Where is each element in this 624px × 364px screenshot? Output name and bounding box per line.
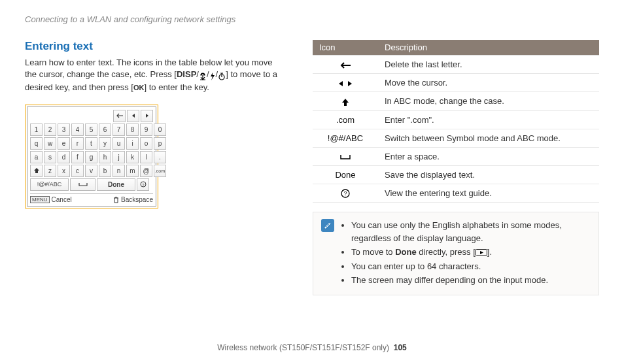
key-mode-toggle[interactable]: !@#/ABC <box>30 178 69 191</box>
table-row: !@#/ABCSwitch between Symbol mode and AB… <box>313 129 599 147</box>
table-row: DoneSave the displayed text. <box>313 165 599 184</box>
key-e[interactable]: e <box>58 137 70 150</box>
key-l[interactable]: l <box>140 151 152 163</box>
key-cursor-right[interactable] <box>141 110 153 122</box>
table-row: ?View the entering text guide. <box>313 184 599 203</box>
note-item: You can use only the English alphabets i… <box>351 219 591 244</box>
desc-cell: Enter a space. <box>378 147 599 165</box>
key-w[interactable]: w <box>44 137 56 150</box>
key-.[interactable]: . <box>154 151 166 163</box>
key-n[interactable]: n <box>113 165 125 177</box>
key-o[interactable]: o <box>140 137 152 150</box>
key-com[interactable]: .com <box>154 165 166 177</box>
key-2[interactable]: 2 <box>44 124 56 136</box>
key-8[interactable]: 8 <box>126 124 139 136</box>
timer-icon <box>218 70 226 82</box>
key-j[interactable]: j <box>113 151 125 163</box>
key-3[interactable]: 3 <box>58 124 70 136</box>
table-row: Enter a space. <box>313 147 599 165</box>
desc-cell: Move the cursor. <box>378 74 599 92</box>
key-t[interactable]: t <box>85 137 97 150</box>
trash-icon <box>113 196 119 203</box>
key-p[interactable]: p <box>154 137 166 150</box>
key-cursor-left[interactable] <box>127 110 139 122</box>
key-5[interactable]: 5 <box>85 124 97 136</box>
key-h[interactable]: h <box>99 151 111 163</box>
footer-text: Wireless network (ST150F/ST151F/ST152F o… <box>217 343 389 352</box>
breadcrumb: Connecting to a WLAN and configuring net… <box>25 14 599 24</box>
key-v[interactable]: v <box>85 165 97 177</box>
key-x[interactable]: x <box>58 165 70 177</box>
cancel-hint: MENU Cancel <box>30 196 72 203</box>
desc-cell: Enter ".com". <box>378 110 599 129</box>
cancel-label: Cancel <box>52 196 72 203</box>
kbd-row-3: asdfghjkl. <box>30 151 153 163</box>
key-k[interactable]: k <box>126 151 139 163</box>
notes-list: You can use only the English alphabets i… <box>341 219 591 288</box>
ok-label: OK <box>133 83 145 93</box>
key-g[interactable]: g <box>85 151 97 163</box>
key-help[interactable]: ? <box>137 178 149 191</box>
key-4[interactable]: 4 <box>71 124 84 136</box>
intro-text: Learn how to enter text. The icons in th… <box>25 57 286 94</box>
icon-cell: ? <box>313 184 378 203</box>
macro-icon <box>199 70 207 82</box>
icon-cell <box>313 56 378 74</box>
key-space[interactable] <box>70 178 95 191</box>
table-row: In ABC mode, change the case. <box>313 92 599 111</box>
key-a[interactable]: a <box>30 151 43 163</box>
note-item: The screen may differ depending on the i… <box>351 274 591 287</box>
icon-description-table: Icon Description Delete the last letter.… <box>313 40 599 203</box>
table-row: Move the cursor. <box>313 74 599 92</box>
menu-badge: MENU <box>30 196 50 203</box>
key-backspace-arrow[interactable] <box>113 110 126 122</box>
backspace-label: Backspace <box>121 196 153 203</box>
key-6[interactable]: 6 <box>99 124 111 136</box>
key-0[interactable]: 0 <box>154 124 166 136</box>
flash-icon <box>209 70 216 82</box>
icon-cell <box>313 74 378 92</box>
desc-cell: View the entering text guide. <box>378 184 599 203</box>
page-number: 105 <box>394 343 407 352</box>
key-7[interactable]: 7 <box>113 124 125 136</box>
note-item: To move to Done directly, press []. <box>351 246 591 259</box>
key-z[interactable]: z <box>44 165 56 177</box>
svg-text:?: ? <box>142 183 145 187</box>
th-icon: Icon <box>313 40 378 56</box>
key-c[interactable]: c <box>71 165 84 177</box>
key-s[interactable]: s <box>44 151 56 163</box>
backspace-hint: Backspace <box>113 196 153 203</box>
key-b[interactable]: b <box>99 165 111 177</box>
icon-cell <box>313 92 378 111</box>
key-shift[interactable] <box>30 165 43 177</box>
key-m[interactable]: m <box>126 165 139 177</box>
th-desc: Description <box>378 40 599 56</box>
key-q[interactable]: q <box>30 137 43 150</box>
table-row: .comEnter ".com". <box>313 110 599 129</box>
key-u[interactable]: u <box>113 137 125 150</box>
key-@[interactable]: @ <box>140 165 152 177</box>
kbd-row-4: zxcvbnm@.com <box>30 165 153 177</box>
onscreen-keyboard: 1234567890 qwertyuiop asdfghjkl. zxcvbnm… <box>25 105 158 208</box>
table-row: Delete the last letter. <box>313 56 599 74</box>
key-f[interactable]: f <box>71 151 84 163</box>
intro-after: ] to enter the key. <box>144 82 209 92</box>
key-y[interactable]: y <box>99 137 111 150</box>
key-9[interactable]: 9 <box>140 124 152 136</box>
key-done[interactable]: Done <box>97 178 135 191</box>
disp-label: DISP <box>177 69 196 79</box>
key-d[interactable]: d <box>58 151 70 163</box>
icon-cell: .com <box>313 110 378 129</box>
page-footer: Wireless network (ST150F/ST151F/ST152F o… <box>0 343 624 352</box>
key-i[interactable]: i <box>126 137 139 150</box>
desc-cell: In ABC mode, change the case. <box>378 92 599 111</box>
desc-cell: Switch between Symbol mode and ABC mode. <box>378 129 599 147</box>
svg-text:?: ? <box>343 190 347 197</box>
note-box: You can use only the English alphabets i… <box>313 212 599 295</box>
key-1[interactable]: 1 <box>30 124 43 136</box>
icon-cell: Done <box>313 165 378 184</box>
desc-cell: Delete the last letter. <box>378 56 599 74</box>
key-r[interactable]: r <box>71 137 84 150</box>
icon-cell: !@#/ABC <box>313 129 378 147</box>
icon-cell <box>313 147 378 165</box>
